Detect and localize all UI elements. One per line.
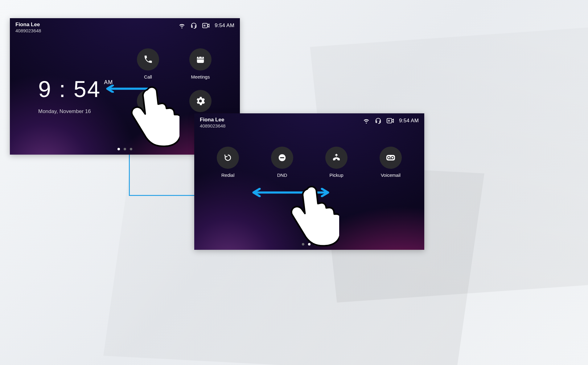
svg-rect-1 bbox=[204, 25, 204, 26]
statusbar-time-label: 9:54 AM bbox=[399, 118, 419, 124]
wifi-icon bbox=[363, 117, 370, 124]
app-button-pickup[interactable]: Pickup bbox=[322, 147, 351, 178]
gear-icon bbox=[189, 90, 212, 112]
phone-icon bbox=[137, 48, 159, 71]
voicemail-icon bbox=[380, 147, 402, 169]
gesture-hand-icon bbox=[127, 85, 179, 147]
camera-icon bbox=[202, 22, 210, 29]
app-label: Call bbox=[144, 74, 152, 79]
svg-rect-5 bbox=[198, 56, 199, 58]
gesture-hand-icon bbox=[287, 185, 339, 246]
svg-rect-2 bbox=[205, 25, 205, 26]
svg-rect-4 bbox=[197, 57, 204, 59]
redial-icon bbox=[217, 147, 239, 169]
statusbar-time-label: 9:54 AM bbox=[215, 22, 234, 29]
device-screen-secondary: Fiona Lee 4089023648 9:54 AM Redial bbox=[194, 113, 424, 250]
app-label: Pickup bbox=[329, 172, 343, 178]
page-dot-1[interactable] bbox=[117, 148, 120, 150]
camera-icon bbox=[387, 118, 394, 124]
svg-rect-7 bbox=[197, 59, 204, 59]
feature-app-row: Redial DND Pickup Voicemail bbox=[194, 147, 424, 178]
diagram-connector-box bbox=[129, 153, 196, 196]
pickup-icon bbox=[325, 147, 347, 169]
status-bar: Fiona Lee 4089023648 9:54 AM bbox=[194, 113, 424, 130]
page-dot-3[interactable] bbox=[130, 148, 132, 150]
home-clock: 9 : 54 AM Monday, November 16 bbox=[38, 76, 113, 115]
svg-rect-12 bbox=[389, 120, 390, 122]
user-name-label: Fiona Lee bbox=[15, 21, 41, 28]
app-button-dnd[interactable]: DND bbox=[267, 147, 297, 178]
svg-rect-14 bbox=[280, 157, 284, 158]
app-label: Meetings bbox=[191, 74, 210, 79]
app-label: DND bbox=[277, 172, 287, 178]
user-number-label: 4089023648 bbox=[15, 28, 41, 34]
user-name-label: Fiona Lee bbox=[200, 116, 225, 123]
app-label: Voicemail bbox=[381, 172, 401, 178]
status-bar: Fiona Lee 4089023648 9:54 AM bbox=[10, 18, 240, 35]
app-button-meetings[interactable]: Meetings bbox=[186, 48, 215, 79]
app-button-call[interactable]: Call bbox=[133, 48, 163, 79]
app-button-voicemail[interactable]: Voicemail bbox=[376, 147, 405, 178]
home-clock-date: Monday, November 16 bbox=[38, 108, 113, 115]
app-label: Redial bbox=[221, 172, 235, 178]
wifi-icon bbox=[179, 22, 185, 29]
headset-icon bbox=[190, 22, 197, 29]
calendar-icon bbox=[189, 48, 212, 71]
svg-rect-6 bbox=[202, 56, 203, 58]
app-button-redial[interactable]: Redial bbox=[213, 147, 243, 178]
user-number-label: 4089023648 bbox=[200, 123, 225, 129]
svg-rect-11 bbox=[388, 120, 389, 122]
page-dot-2[interactable] bbox=[124, 148, 126, 150]
home-clock-time: 9 : 54 bbox=[38, 76, 101, 102]
headset-icon bbox=[375, 117, 382, 124]
dnd-icon bbox=[271, 147, 293, 169]
